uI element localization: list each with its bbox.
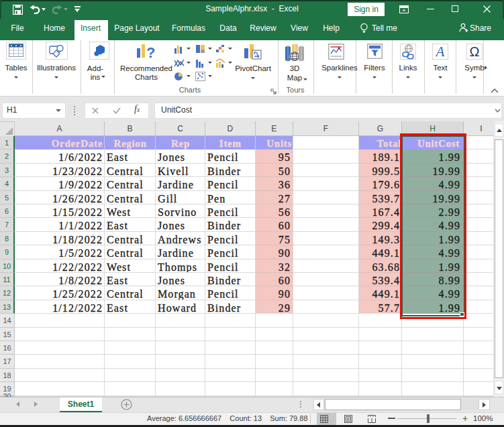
svg-text:?: ? bbox=[146, 44, 155, 60]
